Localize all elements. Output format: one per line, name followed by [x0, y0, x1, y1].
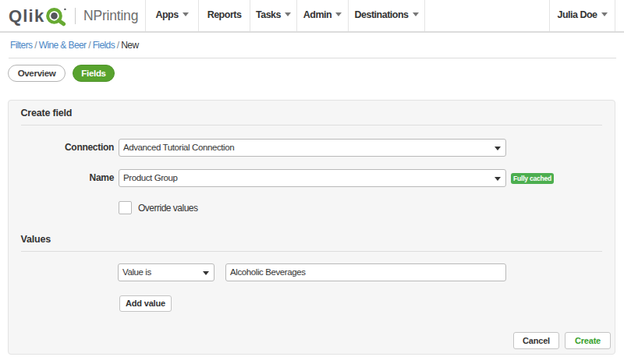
- svg-text:Qlik: Qlik: [9, 6, 44, 26]
